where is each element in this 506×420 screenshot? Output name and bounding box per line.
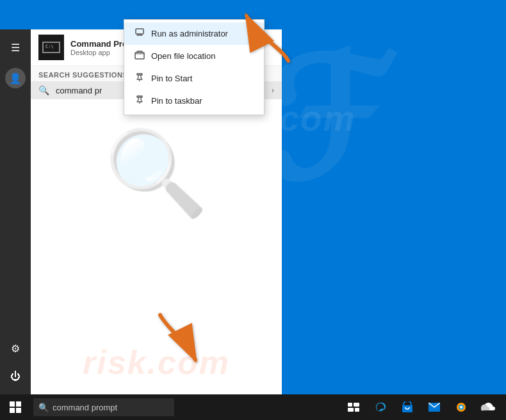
pin-start-label: Pin to Start — [151, 74, 192, 83]
task-view-icon[interactable] — [341, 394, 366, 420]
svg-rect-5 — [16, 401, 21, 407]
pin-to-start-item[interactable]: Pin to Start — [124, 67, 264, 90]
run-admin-label: Run as administrator — [151, 29, 228, 38]
pin-taskbar-icon — [135, 95, 145, 107]
sidebar-bottom: ⚙ ⏻ — [3, 335, 28, 394]
start-button[interactable] — [0, 394, 31, 420]
svg-rect-11 — [355, 408, 359, 412]
user-icon[interactable]: 👤 — [5, 68, 26, 88]
annotation-arrow-down-left — [147, 309, 205, 369]
svg-rect-7 — [16, 408, 21, 413]
search-result-text: command pr — [56, 86, 102, 95]
watermark-magnifier: 🔍 — [104, 125, 208, 222]
start-sidebar: ☰ 👤 ⚙ ⏻ — [0, 29, 31, 394]
pin-to-taskbar-item[interactable]: Pin to taskbar — [124, 90, 264, 112]
onedrive-icon[interactable] — [475, 394, 501, 420]
cmd-icon: C:\ — [42, 42, 60, 53]
search-result-icon: 🔍 — [38, 85, 49, 95]
mail-icon[interactable] — [421, 394, 447, 420]
taskbar: 🔍 command prompt — [0, 394, 506, 420]
taskbar-search[interactable]: 🔍 command prompt — [33, 398, 174, 416]
edge-icon[interactable] — [368, 394, 393, 420]
search-result-arrow: › — [272, 86, 274, 95]
svg-point-16 — [460, 406, 462, 408]
store-icon[interactable] — [395, 394, 420, 420]
power-icon[interactable]: ⏻ — [3, 364, 28, 389]
svg-rect-8 — [348, 403, 352, 407]
settings-icon[interactable]: ⚙ — [3, 335, 28, 361]
app-icon: C:\ — [38, 35, 64, 60]
svg-rect-4 — [10, 401, 15, 407]
taskbar-icons — [341, 394, 506, 420]
taskbar-search-icon: 🔍 — [38, 403, 49, 412]
pin-taskbar-label: Pin to taskbar — [151, 96, 202, 106]
svg-rect-6 — [10, 408, 15, 413]
run-admin-icon — [135, 28, 145, 40]
pin-start-icon — [135, 72, 145, 85]
firefox-icon[interactable] — [448, 394, 474, 420]
svg-rect-9 — [354, 403, 359, 407]
annotation-arrow-up-right — [243, 10, 301, 70]
hamburger-icon[interactable]: ☰ — [3, 35, 28, 60]
svg-rect-10 — [348, 408, 354, 412]
user-avatar: 👤 — [5, 68, 26, 88]
open-location-label: Open file location — [151, 51, 215, 61]
svg-rect-0 — [136, 29, 143, 34]
taskbar-search-text: command prompt — [53, 403, 117, 412]
open-location-icon — [135, 50, 145, 62]
